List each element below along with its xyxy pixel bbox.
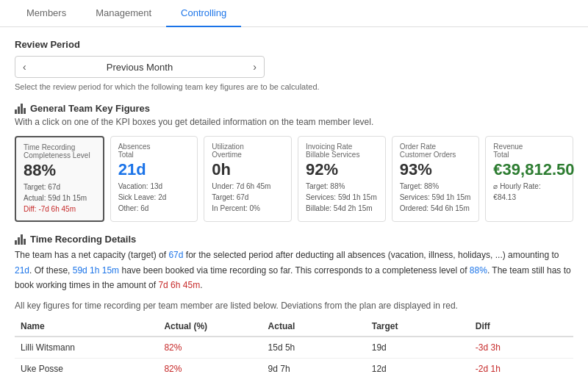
kpi-time-recording-value: 88% <box>24 161 96 180</box>
kpi-util-detail-2: Target: 67d <box>212 192 284 203</box>
details-pre1: The team has a net capacity (target) of <box>15 250 168 260</box>
kpi-inv-detail-3: Billable: 54d 2h 15m <box>306 203 378 214</box>
cell-actual-pct: 82% <box>158 358 262 374</box>
kpi-invoicing-label: Invoicing Rate <box>306 143 378 151</box>
period-value: Previous Month <box>107 62 173 73</box>
general-section-header: General Team Key Figures <box>15 103 573 114</box>
kpi-utilization-value: 0h <box>212 160 284 179</box>
kpi-cards-row: Time Recording Completeness Level 88% Ta… <box>15 136 573 222</box>
kpi-time-recording-detail: Target: 67d Actual: 59d 1h 15m Diff: -7d… <box>24 181 96 215</box>
general-section-desc: With a click on one of the KPI boxes you… <box>15 117 573 127</box>
general-section: General Team Key Figures With a click on… <box>15 103 573 222</box>
tab-bar: Members Management Controlling <box>0 0 588 27</box>
next-period-arrow[interactable]: › <box>253 61 257 73</box>
col-header-target: Target <box>366 317 470 337</box>
details-pre2: for the selected period after deducting … <box>183 250 559 260</box>
kpi-time-recording-label: Time Recording <box>24 143 96 151</box>
kpi-abs-detail-3: Other: 6d <box>118 203 190 214</box>
bar-chart-icon <box>15 104 26 114</box>
table-header-row: Name Actual (%) Actual Target Diff <box>15 317 573 337</box>
kpi-revenue-label: Revenue <box>493 143 565 151</box>
kpi-time-recording-sublabel: Completeness Level <box>24 151 96 159</box>
tab-members[interactable]: Members <box>12 0 81 27</box>
kpi-util-detail-3: In Percent: 0% <box>212 203 284 214</box>
kpi-time-recording[interactable]: Time Recording Completeness Level 88% Ta… <box>15 136 104 222</box>
kpi-utilization-detail: Under: 7d 6h 45m Target: 67d In Percent:… <box>212 181 284 214</box>
kpi-tr-detail-2: Actual: 59d 1h 15m <box>24 193 96 204</box>
time-recording-table: Name Actual (%) Actual Target Diff Lilli… <box>15 317 573 374</box>
details-remaining: 7d 6h 45m <box>158 280 200 290</box>
kpi-inv-detail-1: Target: 88% <box>306 181 378 192</box>
kpi-abs-detail-1: Vacation: 13d <box>118 181 190 192</box>
kpi-order-rate[interactable]: Order Rate Customer Orders 93% Target: 8… <box>392 136 480 222</box>
col-header-actual: Actual <box>262 317 366 337</box>
tabs-container: Members Management Controlling <box>0 0 588 27</box>
review-period-title: Review Period <box>15 39 573 50</box>
details-capacity: 67d <box>168 250 183 260</box>
tab-management[interactable]: Management <box>81 0 166 27</box>
kpi-inv-detail-2: Services: 59d 1h 15m <box>306 192 378 203</box>
cell-name: Lilli Witsmann <box>15 337 158 359</box>
details-pre3: . Of these, <box>29 265 73 276</box>
kpi-invoicing-sublabel: Billable Services <box>306 151 378 159</box>
details-post: . <box>200 280 202 290</box>
kpi-rev-detail-1: ⌀ Hourly Rate: €84.13 <box>493 181 565 203</box>
kpi-invoicing-value: 92% <box>306 160 378 179</box>
col-header-actual-pct: Actual (%) <box>158 317 262 337</box>
cell-actual: 15d 5h <box>262 337 366 359</box>
review-hint-text: Select the review period for which the f… <box>15 82 573 91</box>
kpi-absences-detail: Vacation: 13d Sick Leave: 2d Other: 6d <box>118 181 190 214</box>
table-row: Lilli Witsmann82%15d 5h19d-3d 3h <box>15 337 573 359</box>
cell-diff: -3d 3h <box>470 337 573 359</box>
review-period-selector[interactable]: ‹ Previous Month › <box>15 56 265 78</box>
details-section-title: Time Recording Details <box>30 234 136 245</box>
kpi-tr-detail-3: Diff: -7d 6h 45m <box>24 204 96 215</box>
kpi-absences-sublabel: Total <box>118 151 190 159</box>
kpi-ord-detail-1: Target: 88% <box>400 181 472 192</box>
cell-actual-pct: 82% <box>158 337 262 359</box>
cell-target: 19d <box>366 337 470 359</box>
review-period-section: Review Period ‹ Previous Month › Select … <box>15 39 573 91</box>
kpi-revenue-value: €39,812.50 <box>493 160 565 179</box>
kpi-invoicing-rate[interactable]: Invoicing Rate Billable Services 92% Tar… <box>298 136 386 222</box>
cell-actual: 9d 7h <box>262 358 366 374</box>
kpi-order-sublabel: Customer Orders <box>400 151 472 159</box>
kpi-revenue-detail: ⌀ Hourly Rate: €84.13 <box>493 181 565 203</box>
kpi-order-label: Order Rate <box>400 143 472 151</box>
table-row: Uke Posse82%9d 7h12d-2d 1h <box>15 358 573 374</box>
details-section: Time Recording Details The team has a ne… <box>15 234 573 374</box>
kpi-abs-detail-2: Sick Leave: 2d <box>118 192 190 203</box>
details-absences: 21d <box>15 265 29 276</box>
tab-controlling[interactable]: Controlling <box>166 0 241 27</box>
kpi-invoicing-detail: Target: 88% Services: 59d 1h 15m Billabl… <box>306 181 378 214</box>
table-hint: All key figures for time recording per t… <box>15 301 573 311</box>
kpi-absences-value: 21d <box>118 160 190 179</box>
kpi-order-detail: Target: 88% Services: 59d 1h 15m Ordered… <box>400 181 472 214</box>
kpi-utilization-label: Utilization <box>212 143 284 151</box>
kpi-absences-label: Absences <box>118 143 190 151</box>
kpi-revenue[interactable]: Revenue Total €39,812.50 ⌀ Hourly Rate: … <box>485 136 573 222</box>
prev-period-arrow[interactable]: ‹ <box>23 61 26 73</box>
main-content: Review Period ‹ Previous Month › Select … <box>0 27 588 374</box>
col-header-name: Name <box>15 317 158 337</box>
bar-chart-icon-2 <box>15 234 26 245</box>
kpi-util-detail-1: Under: 7d 6h 45m <box>212 181 284 192</box>
cell-name: Uke Posse <box>15 358 158 374</box>
kpi-order-value: 93% <box>400 160 472 179</box>
details-paragraph: The team has a net capacity (target) of … <box>15 248 573 292</box>
kpi-ord-detail-3: Ordered: 54d 6h 15m <box>400 203 472 214</box>
kpi-utilization[interactable]: Utilization Overtime 0h Under: 7d 6h 45m… <box>204 136 292 222</box>
details-booked: 59d 1h 15m <box>73 265 119 276</box>
kpi-ord-detail-2: Services: 59d 1h 15m <box>400 192 472 203</box>
col-header-diff: Diff <box>470 317 573 337</box>
kpi-tr-detail-1: Target: 67d <box>24 181 96 193</box>
kpi-absences[interactable]: Absences Total 21d Vacation: 13d Sick Le… <box>110 136 198 222</box>
general-section-title: General Team Key Figures <box>30 103 150 114</box>
details-section-header: Time Recording Details <box>15 234 573 245</box>
cell-diff: -2d 1h <box>470 358 573 374</box>
kpi-revenue-sublabel: Total <box>493 151 565 159</box>
details-pre4: have been booked via time recording so f… <box>119 265 470 276</box>
kpi-utilization-sublabel: Overtime <box>212 151 284 159</box>
details-level: 88% <box>470 265 487 276</box>
cell-target: 12d <box>366 358 470 374</box>
